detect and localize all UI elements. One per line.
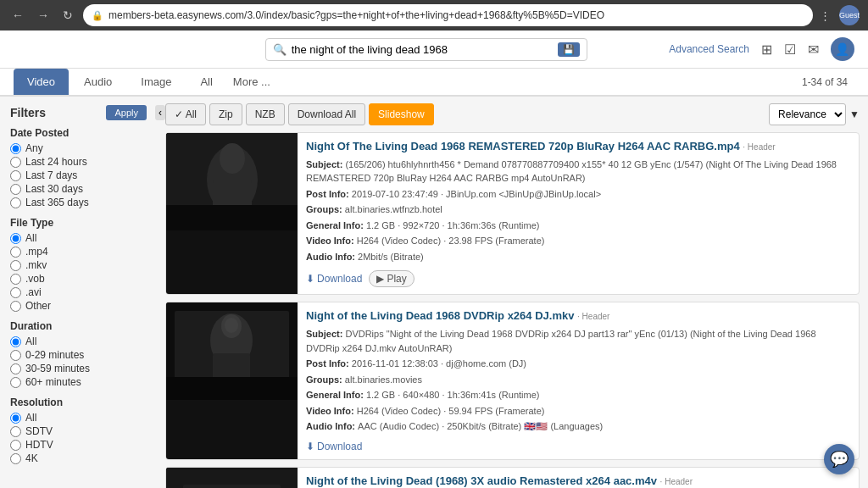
download-all-button[interactable]: Download All [288,103,365,125]
radio-duration-30-59[interactable] [10,363,21,374]
label-duration-all: All [25,336,36,347]
radio-date-any[interactable] [10,143,21,154]
filter-date-24h: Last 24 hours [10,156,147,168]
results-toolbar: ✓ All Zip NZB Download All Slideshow Rel… [165,97,860,132]
label-duration-60plus: 60+ minutes [25,376,81,388]
mail-icon[interactable]: ✉ [808,42,819,58]
profile-button[interactable]: Guest [839,5,860,25]
all-button[interactable]: ✓ All [165,103,206,125]
result-item-2: Night of the Living Dead 1968 DVDRip x26… [165,302,860,459]
label-res-all: All [25,412,36,424]
download-icon-1: ⬇ [306,273,314,285]
advanced-search-link[interactable]: Advanced Search [669,43,749,55]
save-search-button[interactable]: 💾 [558,42,580,57]
result-thumbnail-3 [166,468,298,488]
avatar-icon: 👤 [835,42,849,56]
grid-icon[interactable]: ⊞ [761,42,772,58]
slideshow-button[interactable]: Slideshow [369,103,434,125]
result-count: 1-34 of 34 [795,69,854,95]
result-item: Night Of The Living Dead 1968 REMASTERED… [165,132,860,295]
url-bar[interactable]: 🔒 members-beta.easynews.com/3.0/index/ba… [83,4,813,26]
forward-button[interactable]: → [34,8,53,22]
result-general-2: General Info: 1.2 GB · 640×480 · 1h:36m:… [306,388,850,402]
zip-button[interactable]: Zip [209,103,242,125]
browser-chrome: ← → ↻ 🔒 members-beta.easynews.com/3.0/in… [0,0,868,30]
filter-date-posted: Date Posted Any Last 24 hours Last 7 day… [10,127,147,208]
svg-rect-5 [166,205,298,230]
check-icon[interactable]: ☑ [784,42,796,58]
result-thumbnail-1 [166,133,298,294]
chat-bubble-button[interactable]: 💬 [824,444,854,474]
svg-point-3 [220,143,245,174]
result-body-1: Night Of The Living Dead 1968 REMASTERED… [298,133,859,294]
filter-filetype-title: File Type [10,217,147,229]
search-icon: 🔍 [273,43,287,56]
filter-date-365d: Last 365 days [10,197,147,208]
radio-res-sdtv[interactable] [10,426,21,437]
result-audio-1: Audio Info: 2Mbit/s (Bitrate) [306,250,850,264]
radio-filetype-mp4[interactable] [10,247,21,258]
tab-more[interactable]: More ... [228,69,275,95]
label-res-sdtv: SDTV [25,425,53,437]
tab-bar: Video Audio Image All More ... 1-34 of 3… [0,69,868,96]
apply-button[interactable]: Apply [106,105,147,120]
label-filetype-vob: .vob [25,273,45,285]
radio-duration-all[interactable] [10,336,21,347]
filter-duration: Duration All 0-29 minutes 30-59 minutes … [10,320,147,388]
download-link-2[interactable]: ⬇ Download [306,441,362,452]
search-input[interactable] [292,43,553,56]
result-thumbnail-2 [166,302,298,458]
result-title-1: Night Of The Living Dead 1968 REMASTERED… [306,140,850,154]
result-title-2: Night of the Living Dead 1968 DVDRip x26… [306,309,850,324]
result-actions-2: ⬇ Download [306,437,850,452]
radio-res-all[interactable] [10,413,21,424]
sort-select[interactable]: Relevance Date Size Name [769,103,846,125]
browser-right-icons: ⋮ Guest [820,5,860,25]
filter-date-30d: Last 30 days [10,183,147,195]
extensions-icon: ⋮ [820,9,831,22]
sidebar-toggle-button[interactable]: ‹ [155,105,165,120]
radio-res-hdtv[interactable] [10,440,21,451]
filter-date-any: Any [10,142,147,154]
download-link-1[interactable]: ⬇ Download [306,273,362,285]
result-subject-2: Subject: DVDRips "Night of the Living De… [306,327,850,355]
tab-all[interactable]: All [186,69,225,95]
label-date-any: Any [25,142,43,154]
label-filetype-mkv: .mkv [25,259,47,271]
play-button-1[interactable]: ▶ Play [369,270,414,287]
svg-point-12 [225,318,238,333]
chat-icon: 💬 [830,450,849,469]
radio-date-24h[interactable] [10,157,21,168]
radio-duration-60plus[interactable] [10,377,21,388]
nzb-button[interactable]: NZB [246,103,285,125]
radio-filetype-mkv[interactable] [10,260,21,271]
radio-res-4k[interactable] [10,453,21,464]
radio-filetype-avi[interactable] [10,287,21,298]
tab-audio[interactable]: Audio [70,69,125,95]
sort-controls: Relevance Date Size Name ▼ [769,103,860,125]
tab-video[interactable]: Video [14,69,69,95]
back-button[interactable]: ← [8,8,27,22]
radio-duration-0-29[interactable] [10,350,21,361]
radio-filetype-vob[interactable] [10,274,21,285]
radio-filetype-other[interactable] [10,301,21,312]
results-area: ✓ All Zip NZB Download All Slideshow Rel… [157,97,868,488]
radio-date-30d[interactable] [10,184,21,195]
sidebar-header: Filters Apply [10,105,147,120]
result-item-3: Night of the Living Dead (1968) 3X audio… [165,467,860,488]
label-date-30d: Last 30 days [25,183,83,195]
tab-image[interactable]: Image [127,69,185,95]
filter-duration-title: Duration [10,320,147,332]
label-filetype-avi: .avi [25,286,42,298]
app-header: 🔍 💾 Advanced Search ⊞ ☑ ✉ 👤 [0,30,868,69]
result-postinfo-2: Post Info: 2016-11-01 12:38:03 · dj@home… [306,357,850,371]
refresh-button[interactable]: ↻ [59,8,76,22]
radio-filetype-all[interactable] [10,233,21,244]
tab-row: Video Audio Image All More ... 1-34 of 3… [0,69,868,97]
radio-date-7d[interactable] [10,170,21,181]
profile-avatar[interactable]: 👤 [831,37,854,61]
download-icon-2: ⬇ [306,441,314,452]
result-body-2: Night of the Living Dead 1968 DVDRip x26… [298,302,859,458]
result-groups-1: Groups: alt.binaries.wtfnzb.hotel [306,202,850,217]
radio-date-365d[interactable] [10,197,21,208]
